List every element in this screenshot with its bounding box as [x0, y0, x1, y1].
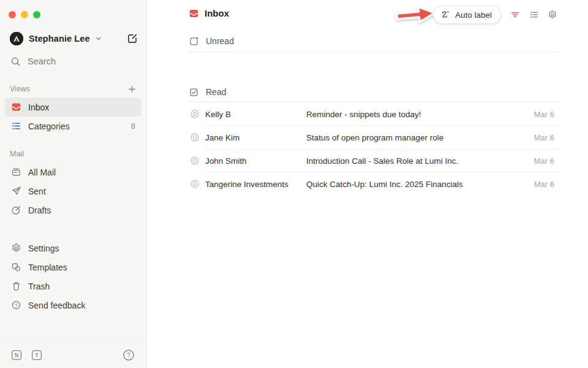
sidebar-item-all-mail[interactable]: All Mail: [5, 163, 141, 182]
email-subject: Status of open program manager role: [306, 133, 527, 142]
list-view-icon[interactable]: [529, 10, 539, 20]
sidebar-item-send-feedback[interactable]: ? Send feedback: [5, 296, 141, 315]
categories-count-badge: 8: [130, 121, 135, 131]
search-icon: [10, 56, 21, 67]
calendar-app-icon[interactable]: 7: [31, 350, 42, 361]
avatar: [10, 32, 23, 45]
close-window-button[interactable]: [9, 11, 16, 18]
email-sender: Jane Kim: [205, 133, 306, 142]
svg-text:7: 7: [35, 352, 38, 358]
drafts-icon: [11, 205, 21, 215]
read-status-icon[interactable]: [190, 109, 200, 119]
unread-section-label: Unread: [206, 36, 234, 46]
email-sender: Kelly B: [205, 110, 306, 119]
sidebar-item-settings[interactable]: Settings: [5, 239, 141, 258]
categories-icon: [11, 121, 21, 131]
read-section-header[interactable]: Read: [189, 84, 561, 100]
sidebar-item-label: Categories: [28, 121, 70, 131]
sidebar-item-drafts[interactable]: Drafts: [5, 201, 141, 220]
mail-section-label: Mail: [10, 150, 24, 158]
email-date: Mar 6: [534, 156, 554, 166]
sidebar-item-label: Templates: [28, 263, 67, 272]
minimize-window-button[interactable]: [21, 11, 28, 18]
views-section-header: Views: [5, 80, 141, 98]
email-row[interactable]: Kelly B Reminder - snippets due today! M…: [147, 102, 588, 126]
email-row[interactable]: Tangerine Investments Quick Catch-Up: Lu…: [147, 172, 588, 196]
auto-label-button[interactable]: Auto label: [433, 6, 501, 24]
compose-button[interactable]: [127, 33, 138, 44]
sidebar-nav: Views Inbox Categories 8 Mai: [5, 80, 141, 315]
email-subject: Quick Catch-Up: Lumi Inc. 2025 Financial…: [306, 180, 527, 189]
read-status-icon[interactable]: [190, 156, 200, 166]
notion-app-icon[interactable]: N: [11, 350, 22, 361]
email-subject: Introduction Call - Sales Role at Lumi I…: [306, 156, 527, 166]
email-row[interactable]: Jane Kim Status of open program manager …: [147, 126, 588, 149]
page-title-group: Inbox: [189, 8, 229, 18]
sidebar-item-label: Settings: [28, 243, 59, 253]
page-title: Inbox: [205, 8, 229, 18]
mail-app-window: Stephanie Lee Search Views: [0, 0, 588, 368]
sidebar-item-inbox[interactable]: Inbox: [5, 98, 141, 117]
mail-section-header: Mail: [5, 145, 141, 163]
sidebar-item-sent[interactable]: Sent: [5, 182, 141, 201]
help-icon[interactable]: ?: [123, 349, 135, 361]
gear-icon: [11, 243, 21, 253]
templates-icon: [11, 262, 21, 272]
chevron-down-icon: [94, 34, 103, 43]
main-header: Inbox Auto label: [147, 0, 588, 29]
window-controls: [9, 11, 40, 18]
all-mail-icon: [11, 167, 21, 177]
read-status-icon[interactable]: [190, 132, 200, 142]
filter-icon[interactable]: [510, 10, 520, 20]
sent-icon: [11, 186, 21, 196]
trash-icon: [11, 281, 21, 291]
views-section-label: Views: [10, 85, 30, 93]
inbox-icon: [11, 102, 21, 112]
annotation-arrow-icon: [392, 1, 438, 29]
account-switcher[interactable]: Stephanie Lee: [10, 30, 138, 47]
email-sender: Tangerine Investments: [205, 180, 306, 189]
sidebar: Stephanie Lee Search Views: [0, 0, 147, 368]
svg-text:?: ?: [127, 352, 130, 359]
sidebar-item-label: Sent: [28, 186, 46, 196]
account-name: Stephanie Lee: [29, 34, 90, 44]
sidebar-item-label: Inbox: [28, 102, 49, 112]
email-date: Mar 6: [534, 110, 554, 119]
read-checkbox-icon: [189, 87, 199, 98]
auto-label-button-label: Auto label: [455, 10, 492, 20]
svg-text:N: N: [15, 352, 19, 358]
sidebar-item-label: Drafts: [28, 205, 51, 215]
sidebar-item-label: Trash: [28, 282, 50, 291]
gear-icon[interactable]: [548, 10, 557, 20]
inbox-icon: [189, 8, 199, 18]
unread-section-header[interactable]: Unread: [189, 33, 561, 49]
question-circle-icon: ?: [11, 300, 21, 310]
sidebar-item-templates[interactable]: Templates: [5, 258, 141, 277]
zoom-window-button[interactable]: [33, 11, 40, 18]
email-date: Mar 6: [534, 180, 554, 189]
sidebar-item-label: Send feedback: [28, 301, 85, 310]
unread-icon: [189, 36, 199, 47]
email-sender: John Smith: [205, 156, 306, 166]
read-section-label: Read: [206, 87, 226, 97]
read-status-icon[interactable]: [190, 179, 200, 189]
main-content: Inbox Auto label: [147, 0, 588, 368]
email-subject: Reminder - snippets due today!: [306, 110, 527, 119]
email-row[interactable]: John Smith Introduction Call - Sales Rol…: [147, 149, 588, 172]
sidebar-footer: N 7 ?: [0, 341, 146, 368]
sidebar-item-label: All Mail: [28, 167, 56, 177]
email-date: Mar 6: [534, 133, 554, 142]
auto-label-icon: [440, 10, 451, 20]
search-button[interactable]: Search: [10, 53, 56, 69]
sidebar-item-categories[interactable]: Categories 8: [5, 117, 141, 136]
email-list: Kelly B Reminder - snippets due today! M…: [147, 102, 588, 196]
add-view-button[interactable]: [127, 85, 137, 94]
search-label: Search: [28, 56, 56, 66]
sidebar-item-trash[interactable]: Trash: [5, 277, 141, 296]
svg-text:?: ?: [15, 302, 18, 309]
